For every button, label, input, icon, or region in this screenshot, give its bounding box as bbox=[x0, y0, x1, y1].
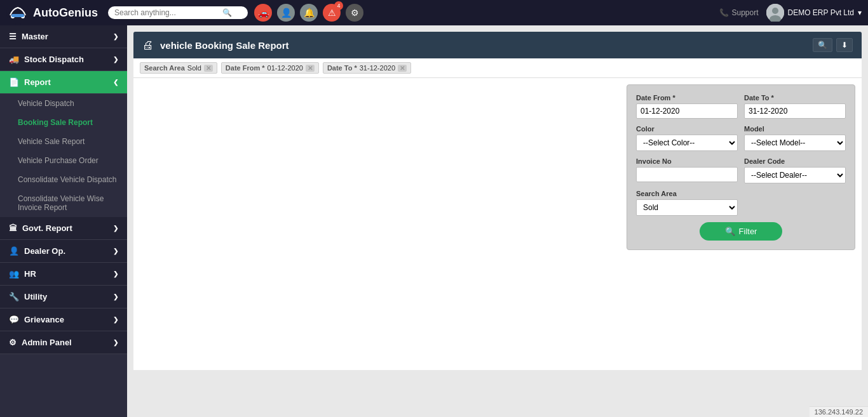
svg-point-0 bbox=[6, 1, 29, 24]
search-area-select[interactable]: Sold All Unsold bbox=[636, 199, 738, 216]
master-arrow: ❯ bbox=[113, 33, 118, 40]
search-area-tag-close[interactable]: ✕ bbox=[204, 65, 213, 72]
sidebar-sub-consolidate-vehicle-dispatch[interactable]: Consolidate Vehicle Dispatch bbox=[0, 170, 127, 189]
date-to-tag-value: 31-12-2020 bbox=[360, 64, 395, 72]
filter-row-search-area: Search Area Sold All Unsold bbox=[636, 190, 846, 216]
color-select[interactable]: --Select Color-- Red Blue White Black Si… bbox=[636, 135, 738, 151]
color-label: Color bbox=[636, 125, 738, 133]
header-search-button[interactable]: 🔍 bbox=[813, 38, 832, 52]
user-nav-icon[interactable]: 👤 bbox=[277, 4, 295, 22]
sidebar-item-grievance[interactable]: 💬 Grievance ❯ bbox=[0, 308, 127, 331]
date-from-tag-value: 01-12-2020 bbox=[268, 64, 303, 72]
logo[interactable]: AutoGenius bbox=[6, 1, 102, 24]
date-to-input[interactable] bbox=[744, 103, 846, 119]
logo-icon bbox=[6, 1, 29, 24]
filter-row-color-model: Color --Select Color-- Red Blue White Bl… bbox=[636, 125, 846, 151]
stock-dispatch-icon: 🚚 bbox=[9, 55, 19, 64]
govt-report-arrow: ❯ bbox=[113, 225, 118, 232]
phone-icon: 📞 bbox=[719, 8, 729, 17]
bell-nav-icon[interactable]: 🔔 bbox=[300, 4, 318, 22]
stock-dispatch-arrow: ❯ bbox=[113, 56, 118, 63]
settings-nav-icon[interactable]: ⚙ bbox=[346, 4, 363, 22]
top-navigation: AutoGenius 🔍 🚗 👤 🔔 ⚠ 4 ⚙ 📞 Support bbox=[0, 0, 868, 25]
filter-row-invoice-dealer: Invoice No Dealer Code --Select Dealer--… bbox=[636, 157, 846, 183]
nav-icon-group: 🚗 👤 🔔 ⚠ 4 ⚙ bbox=[254, 4, 363, 22]
filter-field-date-from: Date From * bbox=[636, 94, 738, 119]
bottom-ip-bar: 136.243.149.22 bbox=[810, 406, 868, 417]
filter-row-dates: Date From * Date To * bbox=[636, 94, 846, 119]
user-label: DEMO ERP Pvt Ltd bbox=[788, 8, 854, 17]
header-download-button[interactable]: ⬇ bbox=[836, 38, 853, 52]
filter-field-dealer-code: Dealer Code --Select Dealer-- Dealer 1 D… bbox=[744, 157, 846, 183]
sidebar: ☰ Master ❯ 🚚 Stock Dispatch ❯ 📄 Report ❮… bbox=[0, 25, 127, 417]
global-search-input[interactable] bbox=[114, 8, 222, 17]
grievance-icon: 💬 bbox=[9, 315, 19, 324]
user-avatar bbox=[766, 4, 784, 22]
sidebar-sub-vehicle-dispatch[interactable]: Vehicle Dispatch bbox=[0, 94, 127, 113]
sidebar-sub-booking-sale-report[interactable]: Booking Sale Report bbox=[0, 113, 127, 132]
sidebar-item-utility[interactable]: 🔧 Utility ❯ bbox=[0, 286, 127, 308]
search-area-tag-value: Sold bbox=[187, 64, 201, 72]
filter-tag-search-area: Search Area Sold ✕ bbox=[140, 62, 217, 74]
svg-point-5 bbox=[772, 8, 778, 14]
model-label: Model bbox=[744, 125, 846, 133]
date-to-label: Date To * bbox=[744, 94, 846, 102]
logo-text: AutoGenius bbox=[33, 6, 98, 20]
global-search-bar[interactable]: 🔍 bbox=[108, 6, 248, 19]
hr-icon: 👥 bbox=[9, 269, 19, 279]
filter-tag-date-to: Date To * 31-12-2020 ✕ bbox=[323, 62, 411, 74]
filter-tag-date-from: Date From * 01-12-2020 ✕ bbox=[221, 62, 319, 74]
govt-report-icon: 🏛 bbox=[9, 223, 17, 233]
filter-field-color: Color --Select Color-- Red Blue White Bl… bbox=[636, 125, 738, 151]
dealer-op-arrow: ❯ bbox=[113, 248, 118, 255]
model-select[interactable]: --Select Model-- Model A Model B Model C bbox=[744, 135, 846, 151]
search-area-label: Search Area bbox=[636, 190, 738, 197]
sidebar-item-stock-dispatch[interactable]: 🚚 Stock Dispatch ❯ bbox=[0, 48, 127, 71]
date-to-tag-label: Date To * bbox=[327, 64, 357, 72]
invoice-no-input[interactable] bbox=[636, 167, 738, 182]
support-button[interactable]: 📞 Support bbox=[719, 8, 758, 17]
user-info-section[interactable]: DEMO ERP Pvt Ltd ▾ bbox=[766, 4, 862, 22]
sidebar-item-master[interactable]: ☰ Master ❯ bbox=[0, 25, 127, 48]
filter-field-search-area: Search Area Sold All Unsold bbox=[636, 190, 738, 216]
filter-field-invoice-no: Invoice No bbox=[636, 157, 738, 183]
sidebar-sub-vehicle-purchase-order[interactable]: Vehicle Purchase Order bbox=[0, 151, 127, 170]
invoice-no-label: Invoice No bbox=[636, 157, 738, 165]
page-header: 🖨 vehicle Booking Sale Report 🔍 ⬇ bbox=[133, 32, 862, 58]
utility-icon: 🔧 bbox=[9, 292, 19, 301]
active-filter-bar: Search Area Sold ✕ Date From * 01-12-202… bbox=[133, 58, 862, 78]
filter-panel: Date From * Date To * Color --Select Col… bbox=[627, 84, 855, 250]
hr-arrow: ❯ bbox=[113, 270, 118, 277]
content-area: ▼ Date From * Date To * Color --Select C… bbox=[133, 78, 862, 370]
filter-field-model: Model --Select Model-- Model A Model B M… bbox=[744, 125, 846, 151]
filter-field-date-to: Date To * bbox=[744, 94, 846, 119]
admin-panel-icon: ⚙ bbox=[9, 338, 17, 347]
filter-button[interactable]: 🔍 Filter bbox=[700, 222, 783, 241]
sidebar-sub-consolidate-vehicle-wise[interactable]: Consolidate Vehicle Wise Invoice Report bbox=[0, 189, 127, 217]
svg-rect-3 bbox=[11, 14, 24, 17]
ip-address: 136.243.149.22 bbox=[815, 408, 863, 416]
sidebar-item-admin-panel[interactable]: ⚙ Admin Panel ❯ bbox=[0, 331, 127, 354]
filter-field-spacer bbox=[744, 190, 846, 216]
car-nav-icon[interactable]: 🚗 bbox=[254, 4, 272, 22]
filter-button-row: 🔍 Filter bbox=[636, 222, 846, 241]
date-from-input[interactable] bbox=[636, 103, 738, 119]
sidebar-item-dealer-op[interactable]: 👤 Dealer Op. ❯ bbox=[0, 240, 127, 263]
date-from-tag-label: Date From * bbox=[226, 64, 265, 72]
date-to-tag-close[interactable]: ✕ bbox=[398, 65, 407, 72]
report-icon: 📄 bbox=[9, 77, 19, 87]
admin-panel-arrow: ❯ bbox=[113, 339, 118, 346]
sidebar-item-hr[interactable]: 👥 HR ❯ bbox=[0, 263, 127, 286]
sidebar-item-report[interactable]: 📄 Report ❮ bbox=[0, 71, 127, 94]
date-from-label: Date From * bbox=[636, 94, 738, 102]
sidebar-sub-vehicle-sale-report[interactable]: Vehicle Sale Report bbox=[0, 132, 127, 151]
date-from-tag-close[interactable]: ✕ bbox=[306, 65, 315, 72]
search-icon: 🔍 bbox=[222, 8, 232, 17]
alert-nav-icon[interactable]: ⚠ 4 bbox=[323, 4, 341, 22]
sidebar-item-govt-report[interactable]: 🏛 Govt. Report ❯ bbox=[0, 217, 127, 240]
dealer-op-icon: 👤 bbox=[9, 246, 19, 256]
page-title: vehicle Booking Sale Report bbox=[160, 40, 289, 51]
dealer-code-select[interactable]: --Select Dealer-- Dealer 1 Dealer 2 Deal… bbox=[744, 167, 846, 183]
chevron-down-icon: ▾ bbox=[858, 8, 862, 17]
nav-right-section: 📞 Support DEMO ERP Pvt Ltd ▾ bbox=[719, 4, 862, 22]
